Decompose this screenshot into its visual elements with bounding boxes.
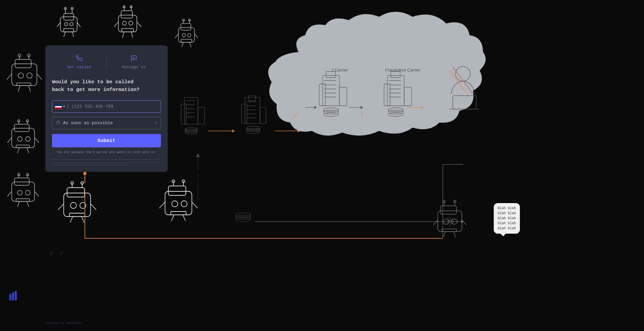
svg-point-200 [236, 213, 251, 217]
svg-rect-121 [442, 229, 457, 232]
us-flag [55, 104, 62, 109]
svg-rect-53 [14, 124, 29, 132]
svg-point-195 [455, 66, 470, 81]
svg-point-183 [388, 110, 403, 114]
svg-rect-66 [14, 178, 29, 185]
svg-point-106 [443, 219, 449, 224]
svg-line-122 [433, 220, 438, 225]
svg-line-102 [171, 215, 174, 221]
svg-rect-99 [171, 211, 186, 215]
svg-line-11 [64, 32, 65, 37]
svg-point-93 [172, 201, 178, 207]
svg-text:Fraudulent Carrier: Fraudulent Carrier [385, 67, 421, 73]
queue-message: You are already the 9 person who wants t… [52, 151, 161, 154]
svg-line-24 [122, 32, 124, 38]
svg-point-202 [236, 218, 251, 222]
svg-point-184 [388, 112, 403, 116]
contact-modal: Get Called Message Us Would you like to … [45, 45, 168, 172]
svg-rect-221 [12, 292, 14, 300]
svg-point-29 [187, 34, 191, 37]
svg-point-42 [27, 73, 32, 78]
svg-point-81 [80, 202, 86, 208]
svg-line-114 [452, 223, 453, 224]
svg-point-85 [81, 182, 84, 184]
phone-icon [76, 55, 83, 63]
message-icon [130, 55, 137, 63]
svg-marker-156 [232, 129, 235, 133]
modal-tabs: Get Called Message Us [52, 52, 161, 72]
svg-point-46 [28, 54, 30, 57]
svg-rect-60 [16, 145, 30, 148]
svg-rect-1 [64, 13, 74, 20]
svg-point-55 [25, 137, 30, 141]
svg-rect-65 [12, 182, 35, 201]
svg-point-28 [182, 34, 185, 37]
svg-point-68 [25, 190, 30, 195]
svg-point-150 [247, 130, 260, 134]
svg-marker-193 [421, 106, 424, 109]
svg-marker-213 [461, 220, 464, 223]
svg-point-44 [18, 54, 21, 57]
clock-icon: ⏱ [56, 121, 60, 126]
svg-line-62 [35, 138, 39, 143]
svg-line-115 [452, 219, 453, 220]
phone-input[interactable] [68, 101, 161, 112]
svg-rect-140 [241, 104, 247, 124]
svg-point-59 [26, 120, 29, 122]
svg-point-5 [64, 7, 66, 9]
time-select-wrapper: ⏱ As soon as possible In 1 hour In 2 hou… [52, 117, 161, 129]
svg-line-125 [453, 232, 455, 237]
svg-rect-162 [326, 72, 335, 78]
svg-line-74 [7, 191, 12, 196]
submit-button[interactable]: Submit [52, 134, 161, 147]
svg-marker-158 [298, 129, 300, 133]
svg-text:t Carrier: t Carrier [332, 67, 348, 73]
svg-rect-126 [184, 97, 198, 124]
svg-line-101 [192, 202, 198, 208]
footer-line-1 [52, 162, 161, 163]
svg-point-96 [172, 180, 175, 183]
svg-point-170 [324, 112, 338, 116]
time-select[interactable]: As soon as possible In 1 hour In 2 hours… [63, 117, 155, 129]
logo-icon [9, 290, 21, 304]
svg-line-87 [58, 204, 64, 210]
tab-get-called[interactable]: Get Called [52, 52, 106, 72]
svg-rect-160 [319, 84, 325, 106]
svg-point-169 [324, 110, 338, 114]
svg-line-76 [17, 201, 19, 207]
svg-line-48 [7, 74, 12, 80]
svg-line-89 [70, 217, 73, 223]
svg-point-67 [17, 190, 22, 195]
svg-point-83 [71, 182, 73, 184]
svg-rect-222 [15, 291, 17, 300]
chat-bubble: Blah blah blah blah blah blah blah blah … [494, 203, 520, 234]
svg-rect-86 [69, 213, 85, 217]
svg-point-120 [454, 200, 456, 203]
svg-line-100 [159, 202, 165, 208]
svg-point-70 [18, 174, 20, 176]
svg-line-90 [82, 217, 84, 223]
svg-point-201 [236, 215, 251, 219]
phone-flag[interactable]: ▼ [52, 104, 68, 109]
svg-line-35 [175, 34, 178, 38]
chat-bubble-text: Blah blah blah blah blah blah blah blah … [498, 206, 516, 230]
svg-text:e: e [60, 248, 63, 257]
svg-rect-26 [178, 28, 195, 42]
svg-point-107 [452, 219, 457, 224]
svg-point-135 [185, 129, 197, 133]
select-arrow-icon: ⇕ [155, 121, 157, 126]
svg-point-136 [185, 131, 197, 134]
svg-rect-78 [64, 193, 91, 217]
svg-line-50 [18, 86, 20, 92]
svg-rect-161 [339, 87, 347, 106]
svg-line-197 [453, 67, 473, 94]
tab-message-us[interactable]: Message Us [107, 52, 161, 72]
svg-rect-198 [453, 96, 476, 109]
modal-question: Would you like to be called back to get … [52, 79, 161, 94]
svg-rect-159 [323, 76, 339, 106]
svg-point-94 [181, 201, 187, 207]
powered-by: Powered by MobiSeen [45, 322, 82, 325]
svg-rect-91 [165, 191, 192, 215]
svg-rect-175 [404, 87, 412, 106]
svg-rect-39 [12, 64, 37, 86]
